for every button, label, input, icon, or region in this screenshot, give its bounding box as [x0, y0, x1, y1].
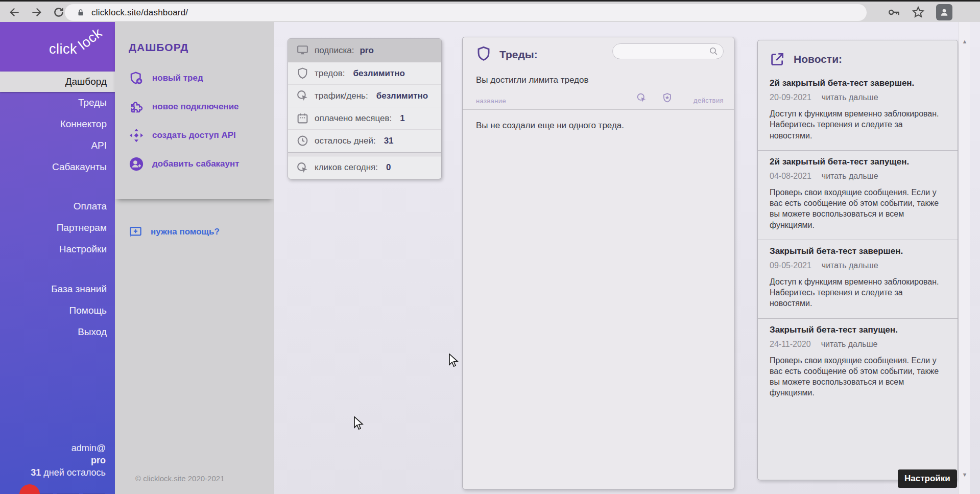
news-item-body: Доступ к функциям временно заблокирован.… [770, 276, 945, 309]
cursor-click-icon [296, 89, 309, 102]
shield-plus-icon [129, 70, 144, 86]
threads-limit-message: Вы достигли лимита тредов [476, 75, 589, 85]
sidebar: click lock Дашборд Треды Коннектор API С… [0, 22, 115, 494]
reload-icon[interactable] [52, 6, 65, 19]
user-days-left: 31 дней осталось [31, 466, 106, 479]
news-item-body: Проверь свои входящие сообщения. Если у … [770, 187, 945, 230]
sidebar-item-connector[interactable]: Коннектор [0, 113, 115, 135]
sidebar-item-subaccounts[interactable]: Сабакаунты [0, 156, 115, 178]
need-help-link[interactable]: нужна помощь? [129, 225, 220, 239]
cursor-click-icon [636, 92, 647, 103]
news-item-date: 20-09-2021 [770, 93, 811, 102]
user-email: admin@ [31, 442, 106, 454]
new-connection-button[interactable]: новое подключение [129, 99, 239, 114]
person-icon [939, 7, 949, 17]
chat-plus-icon [129, 225, 142, 239]
news-item: 2й закрытый бета-тест запущен. 04-08-202… [758, 151, 958, 240]
sidebar-item-api[interactable]: API [0, 135, 115, 156]
back-icon[interactable] [8, 6, 21, 19]
logo[interactable]: click lock [0, 22, 115, 72]
puzzle-icon [129, 99, 144, 114]
new-thread-label: новый тред [152, 73, 203, 83]
new-thread-button[interactable]: новый тред [129, 70, 203, 86]
subscription-value: pro [360, 45, 373, 56]
forward-icon[interactable] [30, 6, 43, 19]
main-content: подписка: pro тредов: безлимитно трафик/… [274, 22, 980, 494]
url-text[interactable]: clicklock.site/dashboard/ [91, 8, 188, 18]
settings-tooltip: Настройки [898, 469, 957, 488]
news-item-date: 09-05-2021 [770, 261, 811, 270]
clock-icon [296, 134, 309, 147]
add-subaccount-button[interactable]: добавить сабакаунт [129, 156, 240, 172]
subscription-label: подписка: [315, 45, 354, 56]
dashboard-title: ДАШБОРД [129, 41, 188, 54]
shield-star-icon [662, 92, 673, 103]
days-left-row: осталось дней: 31 [288, 130, 441, 152]
news-panel: Новости: 2й закрытый бета-тест завершен.… [757, 40, 958, 480]
sidebar-item-settings[interactable]: Настройки [0, 239, 115, 260]
sidebar-item-help[interactable]: Помощь [0, 300, 115, 321]
cursor-click-icon [296, 161, 309, 174]
user-info: admin@ pro 31 дней осталось [31, 442, 106, 479]
search-icon[interactable] [709, 46, 719, 56]
sidebar-item-payment[interactable]: Оплата [0, 196, 115, 217]
scroll-down-icon[interactable]: ▼ [959, 472, 970, 478]
logo-lock-text: lock [76, 25, 105, 53]
news-item: Закрытый бета-тест запущен. 24-11-2020чи… [758, 319, 958, 408]
news-item-date: 24-11-2020 [770, 340, 811, 348]
sidebar-item-threads[interactable]: Треды [0, 92, 115, 113]
news-item-title: Закрытый бета-тест запущен. [770, 325, 945, 335]
create-api-access-button[interactable]: создать доступ API [129, 128, 236, 143]
external-link-icon [770, 52, 785, 67]
profile-avatar[interactable] [936, 4, 952, 20]
sidebar-item-dashboard[interactable]: Дашборд [0, 72, 115, 92]
user-plan: pro [91, 455, 106, 465]
news-item-body: Проверь свои входящие сообщения. Если у … [770, 355, 945, 398]
threads-actions-column: действия [694, 97, 724, 104]
scroll-up-icon[interactable]: ▲ [959, 38, 970, 44]
news-item-title: Закрытый бета-тест завершен. [770, 246, 945, 256]
news-header: Новости: [758, 40, 958, 72]
subscription-header: подписка: pro [288, 39, 441, 62]
threads-title: Треды: [499, 49, 538, 61]
key-icon[interactable] [887, 5, 901, 19]
news-item: Закрытый бета-тест завершен. 09-05-2021ч… [758, 240, 958, 319]
threads-panel: Треды: Вы достигли лимита тредов названи… [462, 37, 734, 489]
news-item-date: 04-08-2021 [770, 172, 811, 180]
star-icon[interactable] [911, 5, 925, 19]
shield-icon [296, 67, 309, 80]
browser-toolbar: clicklock.site/dashboard/ [0, 0, 980, 22]
copyright-text: © clicklock.site 2020-2021 [135, 474, 224, 483]
news-item-body: Доступ к функциям временно заблокирован.… [770, 108, 945, 141]
divider [463, 109, 734, 110]
news-item-title: 2й закрытый бета-тест запущен. [770, 157, 945, 167]
read-more-link[interactable]: читать дальше [821, 340, 878, 348]
threads-search-input[interactable] [612, 43, 724, 59]
read-more-link[interactable]: читать дальше [822, 261, 878, 270]
sidebar-item-logout[interactable]: Выход [0, 321, 115, 343]
news-item: 2й закрытый бета-тест завершен. 20-09-20… [758, 72, 958, 151]
lock-icon [76, 8, 85, 17]
sidebar-item-knowledge-base[interactable]: База знаний [0, 278, 115, 300]
dashboard-column: ДАШБОРД новый тред новое подключение соз… [115, 22, 274, 494]
news-item-title: 2й закрытый бета-тест завершен. [770, 78, 945, 88]
arrows-cross-icon [129, 128, 144, 143]
monitor-icon [296, 44, 309, 57]
sidebar-item-partners[interactable]: Партнерам [0, 217, 115, 239]
new-connection-label: новое подключение [152, 102, 239, 112]
news-title: Новости: [794, 53, 842, 65]
need-help-label: нужна помощь? [151, 227, 220, 237]
calendar-icon [296, 112, 309, 125]
traffic-row: трафик/день: безлимитно [288, 85, 441, 107]
read-more-link[interactable]: читать дальше [822, 172, 878, 180]
add-subaccount-label: добавить сабакаунт [152, 159, 240, 169]
person-add-icon [129, 156, 144, 172]
card-divider [288, 152, 441, 156]
clicks-today-row: кликов сегодня: 0 [288, 156, 441, 179]
page-scrollbar[interactable]: ▲ ▼ [959, 22, 970, 494]
url-bar[interactable]: clicklock.site/dashboard/ [65, 4, 867, 21]
threads-empty-message: Вы не создали еще ни одного треда. [476, 121, 624, 131]
read-more-link[interactable]: читать дальше [822, 93, 878, 102]
sidebar-menu: Дашборд Треды Коннектор API Сабакаунты О… [0, 72, 115, 343]
threads-limit-row: тредов: безлимитно [288, 62, 441, 85]
